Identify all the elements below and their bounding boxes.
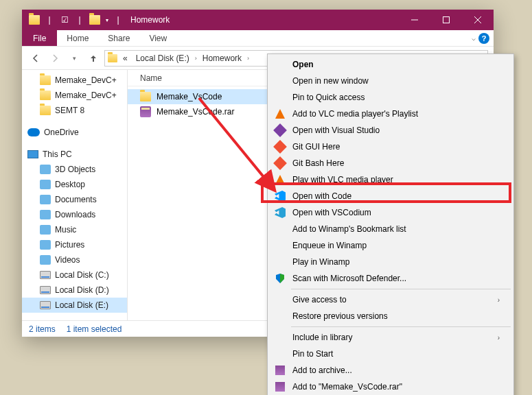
menu-item-git-bash-here[interactable]: Git Bash Here xyxy=(269,155,512,171)
sidebar-item-documents[interactable]: Documents xyxy=(22,192,127,207)
generic-icon xyxy=(40,225,51,235)
git-icon xyxy=(275,141,286,152)
help-icon[interactable]: ? xyxy=(478,33,489,44)
status-selection: 1 item selected xyxy=(67,324,122,334)
tab-view[interactable]: View xyxy=(139,30,176,46)
shield-icon xyxy=(275,273,286,284)
qat-separator: | xyxy=(44,14,55,25)
menu-item-enqueue-in-winamp[interactable]: Enqueue in Winamp xyxy=(269,237,512,254)
tab-share[interactable]: Share xyxy=(98,30,139,46)
chevron-right-icon[interactable]: › xyxy=(247,55,249,62)
minimize-button[interactable] xyxy=(399,10,430,30)
drive-icon xyxy=(40,286,51,294)
ribbon-expand-icon[interactable]: ⌵ xyxy=(472,34,476,42)
folder-icon xyxy=(40,75,51,85)
submenu-arrow-icon: › xyxy=(498,296,500,304)
quick-item: Memake_DevC+ xyxy=(22,88,127,103)
back-button[interactable] xyxy=(27,50,44,67)
address-folder-icon xyxy=(108,54,117,62)
sidebar-item-downloads[interactable]: Downloads xyxy=(22,207,127,222)
nav-pane[interactable]: Memake_DevC+ Memake_DevC+ SEMT 8 OneDriv… xyxy=(22,70,128,320)
folder-icon-2 xyxy=(89,14,100,25)
vlc-icon xyxy=(275,174,286,185)
menu-item-include-in-library[interactable]: Include in library› xyxy=(269,329,512,346)
drive-icon xyxy=(40,271,51,279)
onedrive-item[interactable]: OneDrive xyxy=(22,125,127,140)
drive-icon xyxy=(40,301,51,309)
menu-item-pin-to-quick-access[interactable]: Pin to Quick access xyxy=(269,89,512,106)
folder-icon xyxy=(40,106,51,115)
vs-icon xyxy=(275,125,286,136)
titlebar: | ☑ | ▾ | Homework xyxy=(22,10,494,30)
generic-icon xyxy=(40,180,51,189)
folder-icon xyxy=(140,92,151,101)
menu-item-give-access-to[interactable]: Give access to› xyxy=(269,291,512,308)
folder-icon xyxy=(40,91,51,100)
winrar-icon xyxy=(275,381,286,392)
menu-item-add-to-archive[interactable]: Add to archive... xyxy=(269,362,512,379)
menu-item-play-with-vlc-media-player[interactable]: Play with VLC media player xyxy=(269,171,512,188)
qat-divider: | xyxy=(113,14,124,25)
close-button[interactable] xyxy=(462,10,494,30)
crumb-prefix: « xyxy=(120,53,130,63)
pc-icon xyxy=(27,150,38,158)
sidebar-item-desktop[interactable]: Desktop xyxy=(22,177,127,192)
menu-item-open-in-new-window[interactable]: Open in new window xyxy=(269,73,512,89)
codium-icon xyxy=(275,207,286,218)
menu-item-git-gui-here[interactable]: Git GUI Here xyxy=(269,139,512,155)
menu-item-open-with-visual-studio[interactable]: Open with Visual Studio xyxy=(269,122,512,139)
menu-item-restore-previous-versions[interactable]: Restore previous versions xyxy=(269,308,512,324)
up-button[interactable] xyxy=(85,50,102,67)
sidebar-item-3d-objects[interactable]: 3D Objects xyxy=(22,162,127,177)
generic-icon xyxy=(40,210,51,219)
generic-icon xyxy=(40,195,51,204)
menu-item-pin-to-start[interactable]: Pin to Start xyxy=(269,346,512,362)
menu-item-open-with-code[interactable]: Open with Code xyxy=(269,188,512,204)
generic-icon xyxy=(40,165,51,174)
generic-icon xyxy=(40,240,51,250)
sidebar-item-videos[interactable]: Videos xyxy=(22,252,127,267)
quick-item: Memake_DevC+ xyxy=(22,73,127,88)
col-name[interactable]: Name xyxy=(140,73,162,83)
submenu-arrow-icon: › xyxy=(498,334,500,342)
menu-item-add-to-winamp-s-bookmark-list[interactable]: Add to Winamp's Bookmark list xyxy=(269,221,512,237)
properties-icon[interactable]: ☑ xyxy=(59,14,70,25)
menu-item-open[interactable]: Open xyxy=(269,56,512,73)
thispc-item[interactable]: This PC xyxy=(22,147,127,162)
sidebar-item-local-disk-d-[interactable]: Local Disk (D:) xyxy=(22,283,127,298)
menu-item-scan-with-microsoft-defender[interactable]: Scan with Microsoft Defender... xyxy=(269,270,512,287)
context-menu[interactable]: OpenOpen in new windowPin to Quick acces… xyxy=(267,53,514,395)
file-tab[interactable]: File xyxy=(22,30,57,46)
folder-icon xyxy=(29,14,40,25)
sidebar-item-music[interactable]: Music xyxy=(22,222,127,237)
titlebar-qat: | ☑ | ▾ | xyxy=(22,14,124,25)
tab-home[interactable]: Home xyxy=(57,30,98,46)
git-icon xyxy=(275,158,286,169)
ribbon-tabs: File Home Share View ⌵ ? xyxy=(22,30,494,47)
rar-icon xyxy=(140,106,151,117)
svg-rect-1 xyxy=(443,17,450,23)
sidebar-item-pictures[interactable]: Pictures xyxy=(22,237,127,252)
generic-icon xyxy=(40,255,51,265)
sidebar-item-local-disk-c-[interactable]: Local Disk (C:) xyxy=(22,267,127,283)
status-count: 2 items xyxy=(29,324,56,334)
menu-item-open-with-vscodium[interactable]: Open with VSCodium xyxy=(269,204,512,221)
crumb-1[interactable]: Homework xyxy=(200,53,244,63)
maximize-button[interactable] xyxy=(430,10,462,30)
forward-button[interactable] xyxy=(47,50,63,67)
quick-item: SEMT 8 xyxy=(22,103,127,118)
menu-separator xyxy=(291,326,511,327)
winrar-icon xyxy=(275,365,286,376)
sidebar-item-local-disk-e-[interactable]: Local Disk (E:) xyxy=(22,298,127,313)
crumb-0[interactable]: Local Disk (E:) xyxy=(133,53,192,63)
menu-item-add-to-memake-vscode-rar[interactable]: Add to "Memake_VsCode.rar" xyxy=(269,379,512,395)
menu-item-play-in-winamp[interactable]: Play in Winamp xyxy=(269,254,512,270)
vscode-icon xyxy=(275,191,286,202)
onedrive-icon xyxy=(27,128,40,136)
qat-dropdown-icon[interactable]: ▾ xyxy=(106,17,108,23)
recent-dropdown-icon[interactable]: ▾ xyxy=(66,50,82,67)
menu-separator xyxy=(291,289,511,289)
menu-item-add-to-vlc-media-player-s-playlist[interactable]: Add to VLC media player's Playlist xyxy=(269,106,512,122)
vlc-icon xyxy=(275,108,286,119)
chevron-right-icon[interactable]: › xyxy=(195,55,197,62)
